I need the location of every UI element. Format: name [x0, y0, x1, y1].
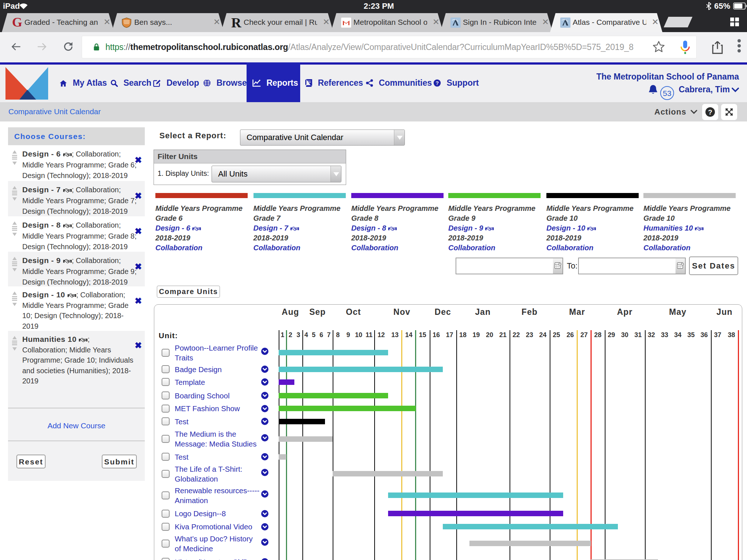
svg-text:?: ?	[708, 108, 712, 116]
svg-text:?: ?	[436, 80, 439, 86]
